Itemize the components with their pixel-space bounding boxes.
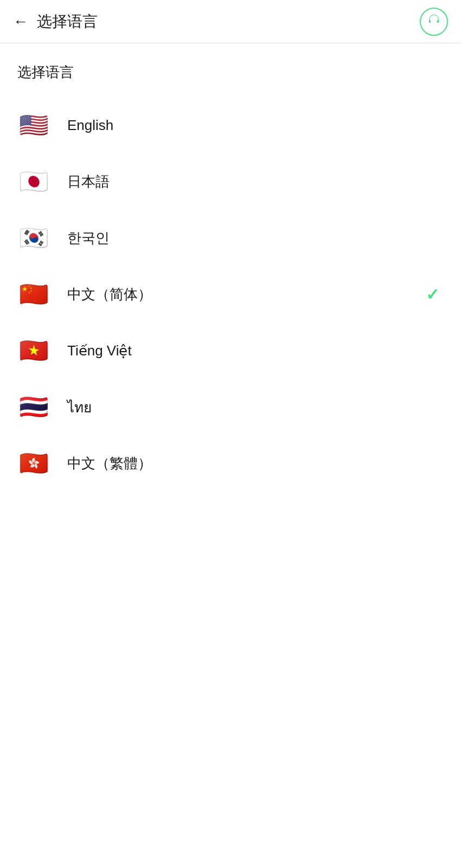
- language-item-ko[interactable]: 🇰🇷한국인: [17, 210, 444, 266]
- flag-us: 🇺🇸: [17, 109, 50, 141]
- support-button[interactable]: [420, 8, 448, 36]
- svg-rect-1: [437, 21, 439, 23]
- flag-hk: 🇭🇰: [17, 447, 50, 480]
- page-title: 选择语言: [37, 11, 98, 32]
- section-title: 选择语言: [17, 63, 444, 82]
- page-header: ← 选择语言: [0, 0, 461, 43]
- language-item-ja[interactable]: 🇯🇵日本語: [17, 153, 444, 210]
- language-name-vi: Tiếng Việt: [67, 342, 132, 359]
- language-item-vi[interactable]: 🇻🇳Tiếng Việt: [17, 322, 444, 379]
- language-name-ja: 日本語: [67, 172, 110, 191]
- flag-vn: 🇻🇳: [17, 334, 50, 367]
- language-name-zh-tw: 中文（繁體）: [67, 454, 152, 473]
- selected-checkmark: ✓: [426, 285, 439, 304]
- flag-jp: 🇯🇵: [17, 165, 50, 198]
- language-name-ko: 한국인: [67, 229, 110, 248]
- headset-icon: [427, 14, 440, 30]
- svg-rect-0: [429, 21, 431, 23]
- language-item-en[interactable]: 🇺🇸English: [17, 97, 444, 153]
- language-item-th[interactable]: 🇹🇭ไทย: [17, 379, 444, 435]
- language-name-en: English: [67, 117, 113, 134]
- language-name-zh-cn: 中文（简体）: [67, 285, 152, 304]
- header-left: ← 选择语言: [13, 11, 98, 32]
- back-button[interactable]: ←: [13, 13, 28, 30]
- main-content: 选择语言 🇺🇸English🇯🇵日本語🇰🇷한국인🇨🇳中文（简体）✓🇻🇳Tiếng…: [0, 43, 461, 511]
- language-item-zh-tw[interactable]: 🇭🇰中文（繁體）: [17, 435, 444, 491]
- language-list: 🇺🇸English🇯🇵日本語🇰🇷한국인🇨🇳中文（简体）✓🇻🇳Tiếng Việt…: [17, 97, 444, 491]
- flag-cn: 🇨🇳: [17, 278, 50, 310]
- flag-th: 🇹🇭: [17, 391, 50, 423]
- flag-kr: 🇰🇷: [17, 222, 50, 254]
- language-item-zh-cn[interactable]: 🇨🇳中文（简体）✓: [17, 266, 444, 322]
- language-name-th: ไทย: [67, 396, 92, 418]
